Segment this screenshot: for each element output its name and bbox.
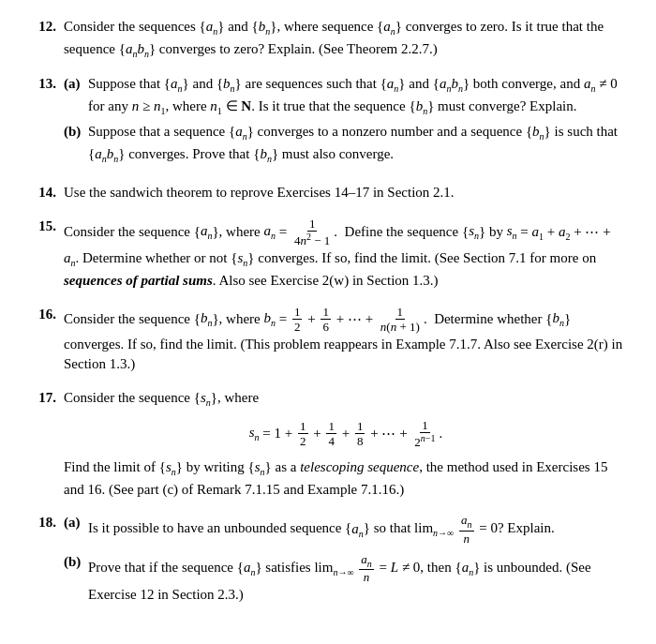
problem-16-content: Consider the sequence {bn}, where bn = 1… [64, 305, 628, 376]
problem-13a-label: (a) [64, 74, 88, 118]
fraction-16a-num: 1 [292, 305, 303, 321]
problem-13b-label: (b) [64, 122, 88, 166]
frac-17-quarter: 1 4 [326, 419, 336, 449]
problem-15: 15. Consider the sequence {an}, where an… [28, 217, 628, 292]
problem-13: 13. (a) Suppose that {an} and {bn} are s… [28, 74, 628, 170]
problem-18b-content: Prove that if the sequence {an} satisfie… [88, 552, 628, 606]
problem-13-number: 13. [28, 74, 64, 95]
fraction-16a-den: 2 [292, 320, 303, 335]
problem-18a-label: (a) [64, 513, 88, 546]
problem-17-content: Consider the sequence {sn}, where sn = 1… [64, 388, 628, 500]
frac-18a: an n [459, 513, 474, 546]
problem-13b-content: Suppose that a sequence {an} converges t… [88, 122, 628, 166]
problem-13a: (a) Suppose that {an} and {bn} are seque… [64, 74, 628, 118]
problem-17: 17. Consider the sequence {sn}, where sn… [28, 388, 628, 500]
problem-13-content: (a) Suppose that {an} and {bn} are seque… [64, 74, 628, 170]
problem-18b-label: (b) [64, 552, 88, 606]
problem-18: 18. (a) Is it possible to have an unboun… [28, 513, 628, 608]
problem-15-content: Consider the sequence {an}, where an = 1… [64, 217, 628, 292]
fraction-16a: 1 2 [292, 305, 303, 335]
frac-17-half: 1 2 [298, 419, 308, 449]
fraction-16c-den: n(n + 1) [379, 320, 422, 335]
problem-18a: (a) Is it possible to have an unbounded … [64, 513, 628, 546]
problem-12-content: Consider the sequences {an} and {bn}, wh… [64, 17, 628, 61]
problem-18-content: (a) Is it possible to have an unbounded … [64, 513, 628, 608]
problem-15-number: 15. [28, 217, 64, 237]
fraction-16b-den: 6 [321, 320, 331, 335]
problem-14-content: Use the sandwich theorem to reprove Exer… [64, 183, 628, 203]
problem-12: 12. Consider the sequences {an} and {bn}… [28, 17, 628, 61]
problem-13a-content: Suppose that {an} and {bn} are sequences… [88, 74, 628, 118]
frac-17-last: 1 2n−1 [412, 418, 437, 451]
problem-17-formula: sn = 1 + 1 2 + 1 4 + 1 8 + ⋯ + 1 2n−1 . [64, 418, 628, 451]
problem-16: 16. Consider the sequence {bn}, where bn… [28, 305, 628, 376]
fraction-16c: 1 n(n + 1) [379, 305, 422, 335]
problem-18-number: 18. [28, 513, 64, 533]
problem-18b: (b) Prove that if the sequence {an} sati… [64, 552, 628, 606]
fraction-15-num: 1 [307, 217, 318, 232]
frac-17-eighth: 1 8 [355, 419, 365, 449]
problem-14: 14. Use the sandwich theorem to reprove … [28, 183, 628, 203]
fraction-16b-num: 1 [321, 305, 331, 321]
fraction-16c-num: 1 [395, 305, 406, 321]
problem-14-number: 14. [28, 183, 64, 203]
problem-18a-content: Is it possible to have an unbounded sequ… [88, 513, 628, 546]
problem-17-number: 17. [28, 388, 64, 409]
problem-13b: (b) Suppose that a sequence {an} converg… [64, 122, 628, 166]
fraction-16b: 1 6 [321, 305, 331, 335]
problem-12-number: 12. [28, 17, 64, 37]
frac-18b: an n [359, 552, 374, 585]
problem-16-number: 16. [28, 305, 64, 325]
fraction-15-den: 4n2 − 1 [292, 232, 332, 248]
fraction-15: 1 4n2 − 1 [292, 217, 332, 249]
